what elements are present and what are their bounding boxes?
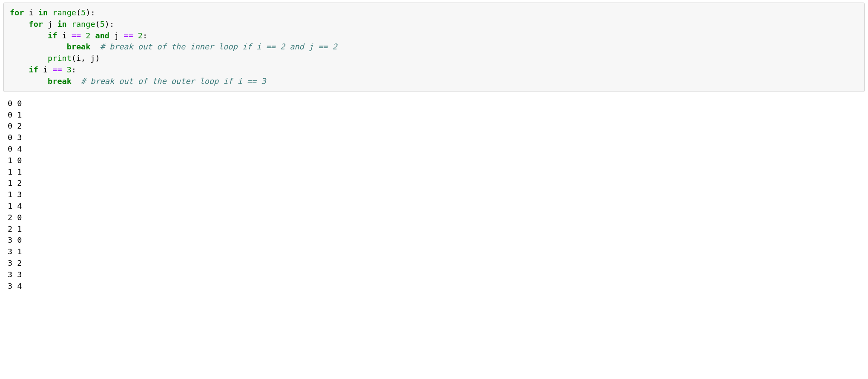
code-token: == <box>52 65 62 74</box>
code-token: j <box>43 20 57 29</box>
output-line: 1 0 <box>8 156 22 165</box>
code-token: in <box>38 8 48 17</box>
code-token: break <box>48 77 72 86</box>
code-token <box>48 8 52 17</box>
output-line: 0 2 <box>8 121 22 130</box>
output-line: 3 1 <box>8 247 22 256</box>
output-line: 3 2 <box>8 258 22 267</box>
output-line: 3 0 <box>8 235 22 244</box>
code-token <box>62 65 67 74</box>
code-token <box>72 77 81 86</box>
output-line: 1 4 <box>8 201 22 210</box>
code-token: print <box>48 54 72 63</box>
output-line: 0 4 <box>8 144 22 153</box>
code-token <box>133 31 138 40</box>
code-token: ): <box>105 20 114 29</box>
code-token: if <box>48 31 57 40</box>
output-line: 1 1 <box>8 167 22 176</box>
code-token: 3 <box>67 65 72 74</box>
code-token <box>10 20 29 29</box>
code-token <box>10 42 67 51</box>
output-line: 3 4 <box>8 281 22 290</box>
code-token: == <box>72 31 81 40</box>
code-token: range <box>72 20 95 29</box>
code-token <box>67 20 72 29</box>
output-line: 1 3 <box>8 190 22 199</box>
code-input-cell: for i in range(5): for j in range(5): if… <box>3 3 865 92</box>
output-line: 3 3 <box>8 270 22 279</box>
code-token <box>90 31 95 40</box>
code-token <box>81 31 86 40</box>
output-line: 2 1 <box>8 224 22 233</box>
code-token: 2 <box>138 31 143 40</box>
code-token: 2 <box>86 31 90 40</box>
code-token: i <box>24 8 38 17</box>
code-token: # break out of the outer loop if i == 3 <box>81 77 266 86</box>
code-token: ( <box>95 20 100 29</box>
code-token: : <box>72 65 76 74</box>
code-token: j <box>109 31 124 40</box>
code-token: for <box>10 8 24 17</box>
code-token: ): <box>86 8 95 17</box>
code-token: if <box>29 65 38 74</box>
code-token: : <box>143 31 147 40</box>
code-token: and <box>95 31 109 40</box>
code-token <box>10 65 29 74</box>
output-line: 0 3 <box>8 133 22 142</box>
code-token: i <box>38 65 52 74</box>
code-token: 5 <box>81 8 86 17</box>
code-token <box>10 54 48 63</box>
code-token: (i, j) <box>72 54 100 63</box>
code-token <box>10 31 48 40</box>
code-token: for <box>29 20 43 29</box>
code-token: i <box>57 31 71 40</box>
code-token: range <box>52 8 76 17</box>
code-token <box>10 77 48 86</box>
output-line: 1 2 <box>8 178 22 187</box>
code-output-cell: 0 0 0 1 0 2 0 3 0 4 1 0 1 1 1 2 1 3 1 4 … <box>8 98 865 292</box>
code-token: # break out of the inner loop if i == 2 … <box>100 42 337 51</box>
output-line: 0 1 <box>8 110 22 119</box>
code-token: 5 <box>100 20 105 29</box>
code-token: break <box>67 42 91 51</box>
code-token: in <box>57 20 66 29</box>
code-token <box>90 42 100 51</box>
code-token: ( <box>76 8 81 17</box>
code-token: == <box>124 31 133 40</box>
output-line: 2 0 <box>8 213 22 222</box>
output-line: 0 0 <box>8 99 22 108</box>
